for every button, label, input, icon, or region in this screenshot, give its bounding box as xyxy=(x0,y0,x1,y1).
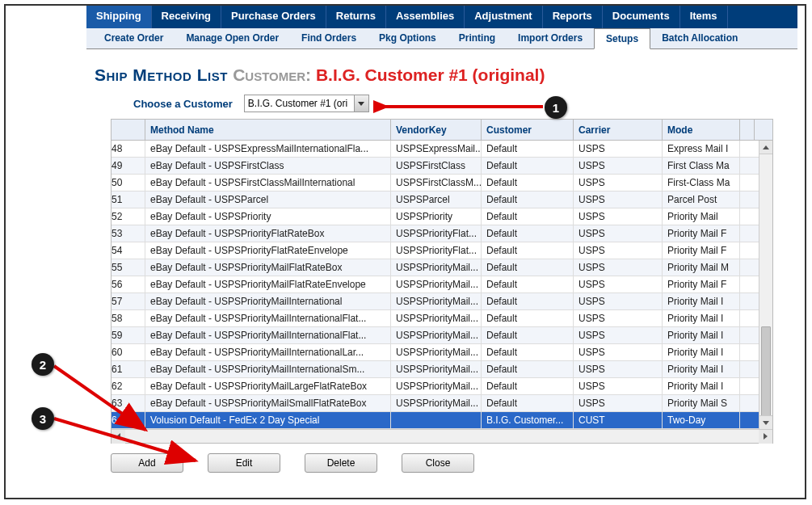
cell-name: eBay Default - USPSFirstClass xyxy=(145,158,391,174)
main-tab-items[interactable]: Items xyxy=(680,6,728,28)
cell-vk: USPSPriorityMail... xyxy=(391,310,482,326)
delete-button[interactable]: Delete xyxy=(305,453,377,473)
col-vendorkey[interactable]: VendorKey xyxy=(391,120,482,140)
cell-cust: Default xyxy=(482,208,574,225)
page-title: Ship Method List Customer: B.I.G. Custom… xyxy=(95,65,805,85)
cell-vk: USPSPriority xyxy=(391,208,482,225)
cell-car: USPS xyxy=(574,395,663,411)
grid-header: Method Name VendorKey Customer Carrier M… xyxy=(111,120,772,141)
table-row[interactable]: 53eBay Default - USPSPriorityFlatRateBox… xyxy=(111,225,772,242)
col-mode[interactable]: Mode xyxy=(663,120,740,140)
cell-mode: Parcel Post xyxy=(663,191,740,208)
main-tab-reports[interactable]: Reports xyxy=(543,6,603,28)
cell-name: eBay Default - USPSParcel xyxy=(145,191,391,208)
scrollbar-vertical[interactable] xyxy=(759,141,772,429)
cell-num: 50 xyxy=(111,175,145,191)
cell-name: eBay Default - USPSPriorityMailFlatRateE… xyxy=(145,276,391,292)
chooser-label: Choose a Customer xyxy=(133,98,233,110)
table-row[interactable]: 62eBay Default - USPSPriorityMailLargeFl… xyxy=(111,378,772,395)
cell-car: USPS xyxy=(574,225,663,242)
cell-vk: USPSPriorityMail... xyxy=(391,395,482,411)
table-row[interactable]: 55eBay Default - USPSPriorityMailFlatRat… xyxy=(111,259,772,276)
cell-cust: Default xyxy=(482,378,574,394)
sub-tab-import-orders[interactable]: Import Orders xyxy=(507,28,594,48)
sub-tab-printing[interactable]: Printing xyxy=(448,28,507,48)
table-row[interactable]: 61eBay Default - USPSPriorityMailInterna… xyxy=(111,361,772,378)
cell-mode: First-Class Ma xyxy=(663,175,740,191)
cell-mode: Priority Mail I xyxy=(663,293,740,309)
customer-dropdown[interactable]: B.I.G. Customer #1 (ori xyxy=(244,95,369,112)
cell-car: USPS xyxy=(574,378,663,394)
cell-vk: USPSExpressMail... xyxy=(391,141,482,157)
cell-car: USPS xyxy=(574,158,663,174)
title-module: Ship Method List xyxy=(95,65,233,84)
main-tab-receiving[interactable]: Receiving xyxy=(152,6,221,28)
table-row[interactable]: 48eBay Default - USPSExpressMailInternat… xyxy=(111,141,772,158)
main-tab-purchase-orders[interactable]: Purchase Orders xyxy=(221,6,326,28)
table-row[interactable]: 63eBay Default - USPSPriorityMailSmallFl… xyxy=(111,395,772,412)
cell-cust: Default xyxy=(482,141,574,157)
svg-line-10 xyxy=(54,419,196,461)
close-button[interactable]: Close xyxy=(402,453,474,473)
cell-name: eBay Default - USPSPriorityFlatRateEnvel… xyxy=(145,242,391,259)
col-carrier[interactable]: Carrier xyxy=(574,120,663,140)
sub-tab-pkg-options[interactable]: Pkg Options xyxy=(368,28,448,48)
sub-tab-setups[interactable]: Setups xyxy=(594,28,650,49)
sub-tab-create-order[interactable]: Create Order xyxy=(93,28,175,48)
table-row[interactable]: 50eBay Default - USPSFirstClassMailInter… xyxy=(111,175,772,191)
scroll-down-icon[interactable] xyxy=(759,415,772,429)
table-row[interactable]: 52eBay Default - USPSPriorityUSPSPriorit… xyxy=(111,208,772,225)
table-row[interactable]: 60eBay Default - USPSPriorityMailInterna… xyxy=(111,344,772,361)
svg-marker-1 xyxy=(763,145,769,149)
cell-cust: Default xyxy=(482,242,574,259)
cell-cust: Default xyxy=(482,259,574,276)
cell-cust: Default xyxy=(482,395,574,411)
chevron-down-icon[interactable] xyxy=(354,95,368,112)
cell-name: eBay Default - USPSPriority xyxy=(145,208,391,225)
cell-num: 56 xyxy=(111,276,145,292)
col-customer[interactable]: Customer xyxy=(482,120,574,140)
cell-cust: Default xyxy=(482,327,574,343)
callout-2: 2 xyxy=(32,353,54,376)
main-tab-returns[interactable]: Returns xyxy=(326,6,386,28)
main-tab-documents[interactable]: Documents xyxy=(603,6,680,28)
col-rownum xyxy=(111,120,145,140)
table-row[interactable]: 59eBay Default - USPSPriorityMailInterna… xyxy=(111,327,772,344)
main-tab-adjustment[interactable]: Adjustment xyxy=(465,6,543,28)
main-tab-assemblies[interactable]: Assemblies xyxy=(386,6,465,28)
col-method-name[interactable]: Method Name xyxy=(145,120,391,140)
cell-mode: First Class Ma xyxy=(663,158,740,174)
cell-cust: Default xyxy=(482,191,574,208)
cell-num: 52 xyxy=(111,208,145,225)
main-tab-shipping[interactable]: Shipping xyxy=(86,6,152,28)
cell-mode: Priority Mail I xyxy=(663,310,740,326)
scroll-thumb[interactable] xyxy=(761,326,771,423)
cell-vk: USPSPriorityMail... xyxy=(391,259,482,276)
cell-mode: Priority Mail F xyxy=(663,276,740,292)
cell-mode: Priority Mail F xyxy=(663,242,740,259)
edit-button[interactable]: Edit xyxy=(208,453,280,473)
cell-vk: USPSPriorityFlat... xyxy=(391,242,482,259)
table-row[interactable]: 57eBay Default - USPSPriorityMailInterna… xyxy=(111,293,772,310)
cell-car: USPS xyxy=(574,191,663,208)
table-row[interactable]: 58eBay Default - USPSPriorityMailInterna… xyxy=(111,310,772,327)
cell-mode: Priority Mail S xyxy=(663,395,740,411)
scroll-right-icon[interactable] xyxy=(759,430,772,444)
scroll-up-icon[interactable] xyxy=(759,141,772,154)
table-row[interactable]: 51eBay Default - USPSParcelUSPSParcelDef… xyxy=(111,191,772,208)
cell-name: eBay Default - USPSPriorityMailInternati… xyxy=(145,327,391,343)
title-customer: B.I.G. Customer #1 (original) xyxy=(316,65,545,84)
cell-num: 59 xyxy=(111,327,145,343)
table-row[interactable]: 49eBay Default - USPSFirstClassUSPSFirst… xyxy=(111,158,772,175)
sub-tab-batch-allocation[interactable]: Batch Allocation xyxy=(650,28,749,48)
ship-method-grid: Method Name VendorKey Customer Carrier M… xyxy=(111,119,773,444)
sub-tab-manage-open-order[interactable]: Manage Open Order xyxy=(175,28,290,48)
table-row[interactable]: 54eBay Default - USPSPriorityFlatRateEnv… xyxy=(111,242,772,259)
arrow-3-icon xyxy=(50,414,212,470)
cell-name: eBay Default - USPSPriorityMailInternati… xyxy=(145,344,391,360)
cell-mode: Priority Mail xyxy=(663,208,740,225)
sub-tab-find-orders[interactable]: Find Orders xyxy=(290,28,368,48)
cell-cust: Default xyxy=(482,293,574,309)
table-row[interactable]: 56eBay Default - USPSPriorityMailFlatRat… xyxy=(111,276,772,293)
cell-cust: Default xyxy=(482,225,574,242)
